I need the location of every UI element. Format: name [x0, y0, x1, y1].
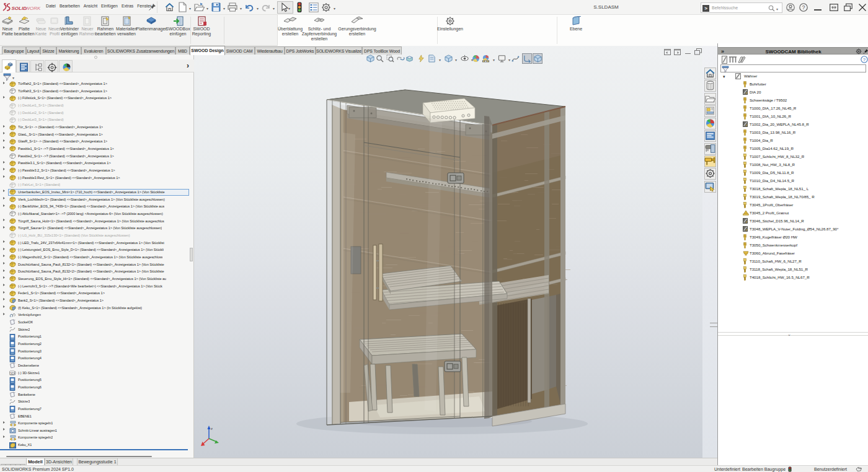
svg-text:z: z: [211, 427, 213, 430]
svg-text:SOLID: SOLID: [12, 6, 27, 11]
svg-text:?: ?: [863, 57, 866, 63]
svg-text:WORKS: WORKS: [25, 6, 41, 11]
svg-text:?: ?: [802, 4, 805, 11]
svg-text:3D: 3D: [10, 371, 15, 375]
